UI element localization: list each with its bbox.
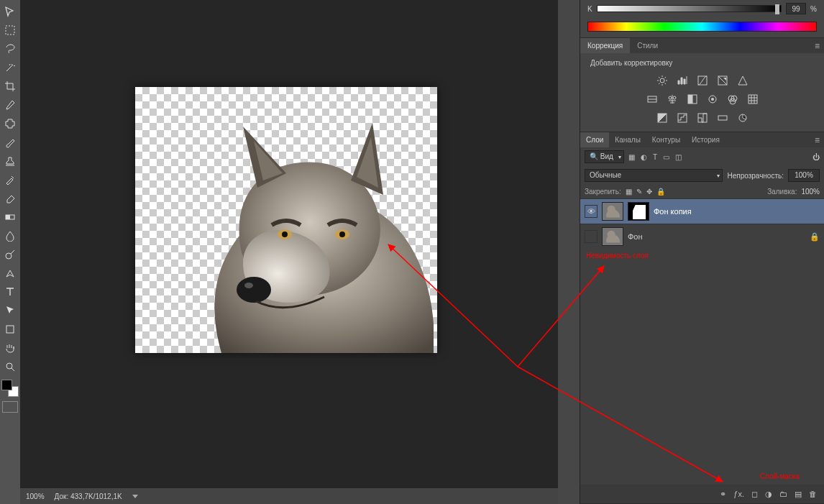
tab-styles[interactable]: Стили [630, 38, 665, 53]
layer-filter-kind[interactable]: 🔍 Вид [585, 150, 624, 163]
color-slider[interactable] [597, 5, 782, 12]
adj-selective-icon[interactable] [736, 111, 749, 124]
svg-rect-2 [6, 215, 10, 219]
svg-point-32 [608, 206, 615, 214]
layer-name[interactable]: Фон [628, 232, 805, 241]
marquee-tool-icon[interactable] [1, 22, 19, 39]
new-layer-icon[interactable]: ▤ [795, 490, 802, 499]
layers-footer: ⚭ ƒx. ◻ ◑ 🗀 ▤ 🗑 [580, 485, 824, 503]
color-channel-label: K [587, 5, 592, 13]
shape-tool-icon[interactable] [1, 321, 19, 338]
tab-adjustments[interactable]: Коррекция [580, 38, 630, 53]
visibility-toggle[interactable]: 👁 [585, 205, 598, 218]
color-swatches[interactable] [1, 380, 19, 397]
dodge-tool-icon[interactable] [1, 246, 19, 263]
right-panels: K 99 % ≡ Коррекция Стили Добавить коррек… [580, 0, 824, 504]
filter-smart-icon[interactable]: ◫ [675, 153, 682, 161]
brush-tool-icon[interactable] [1, 134, 19, 151]
adj-colorlookup-icon[interactable] [746, 93, 759, 106]
delete-layer-icon[interactable]: 🗑 [809, 490, 817, 498]
svg-point-21 [711, 98, 714, 101]
lock-trans-icon[interactable]: ▦ [626, 188, 632, 196]
fill-label: Заливка: [767, 188, 797, 196]
heal-tool-icon[interactable] [1, 115, 19, 132]
annotation-mask: Слой-маска [760, 472, 800, 480]
svg-point-7 [244, 283, 253, 288]
layer-row[interactable]: 👁 Фон копия [580, 198, 824, 224]
adj-exposure-icon[interactable] [716, 74, 729, 87]
move-tool-icon[interactable] [1, 3, 19, 20]
adj-invert-icon[interactable] [656, 111, 669, 124]
adj-hue-icon[interactable] [646, 93, 659, 106]
path-select-tool-icon[interactable] [1, 302, 19, 319]
tab-history[interactable]: История [686, 132, 725, 147]
hand-tool-icon[interactable] [1, 339, 19, 357]
pen-tool-icon[interactable] [1, 265, 19, 282]
link-layers-icon[interactable]: ⚭ [720, 490, 726, 499]
tab-paths[interactable]: Контуры [646, 132, 686, 147]
wand-tool-icon[interactable] [1, 59, 19, 76]
color-spectrum[interactable] [587, 22, 817, 32]
adj-bw-icon[interactable] [686, 93, 699, 106]
layers-empty-area: Невидимость слоя Слой-маска [580, 249, 824, 485]
zoom-level[interactable]: 100% [26, 492, 45, 500]
opacity-value[interactable]: 100% [788, 169, 820, 182]
new-adjustment-icon[interactable]: ◑ [765, 490, 772, 499]
stamp-tool-icon[interactable] [1, 152, 19, 170]
lock-pos-icon[interactable]: ✥ [646, 188, 652, 196]
lock-icon: 🔒 [810, 232, 820, 242]
adj-channelmixer-icon[interactable] [726, 93, 739, 106]
color-value[interactable]: 99 [786, 3, 806, 14]
blur-tool-icon[interactable] [1, 227, 19, 244]
layer-mask-thumb[interactable] [628, 202, 649, 221]
svg-rect-0 [6, 26, 14, 35]
eyedropper-tool-icon[interactable] [1, 96, 19, 114]
adj-gradmap-icon[interactable] [716, 111, 729, 124]
adj-threshold-icon[interactable] [696, 111, 709, 124]
blend-mode-select[interactable]: Обычные [585, 169, 723, 182]
filter-shape-icon[interactable]: ▭ [663, 153, 669, 161]
new-group-icon[interactable]: 🗀 [779, 490, 787, 498]
svg-rect-19 [688, 95, 692, 104]
lasso-tool-icon[interactable] [1, 40, 19, 58]
adj-colorbalance-icon[interactable] [666, 93, 679, 106]
tab-layers[interactable]: Слои [580, 132, 609, 147]
zoom-tool-icon[interactable] [1, 358, 19, 375]
adj-levels-icon[interactable] [676, 74, 689, 87]
lock-paint-icon[interactable]: ✎ [636, 188, 642, 196]
adj-photofilter-icon[interactable] [706, 93, 719, 106]
eraser-tool-icon[interactable] [1, 190, 19, 207]
tab-channels[interactable]: Каналы [609, 132, 646, 147]
doc-info: Док: 433,7K/1012,1K [55, 492, 122, 500]
history-brush-tool-icon[interactable] [1, 171, 19, 188]
filter-toggle-icon[interactable]: ⏻ [812, 153, 820, 161]
gradient-tool-icon[interactable] [1, 209, 19, 226]
layer-thumb[interactable] [602, 227, 623, 246]
adj-curves-icon[interactable] [696, 74, 709, 87]
canvas-area: 100% Док: 433,7K/1012,1K [20, 0, 558, 504]
fill-value[interactable]: 100% [801, 188, 820, 196]
quickmask-toggle[interactable] [2, 401, 18, 413]
panel-menu-icon[interactable]: ≡ [815, 41, 820, 51]
add-mask-icon[interactable]: ◻ [751, 490, 758, 499]
layer-thumb[interactable] [602, 202, 623, 221]
filter-type-icon[interactable]: T [653, 153, 657, 161]
svg-point-3 [6, 253, 12, 259]
adj-brightness-icon[interactable] [656, 74, 669, 87]
layer-row[interactable]: Фон 🔒 [580, 224, 824, 249]
layer-name[interactable]: Фон копия [654, 207, 820, 216]
adj-vibrance-icon[interactable] [736, 74, 749, 87]
svg-point-6 [237, 277, 271, 303]
lock-all-icon[interactable]: 🔒 [656, 188, 665, 196]
type-tool-icon[interactable] [1, 283, 19, 301]
filter-adjust-icon[interactable]: ◐ [641, 153, 647, 161]
crop-tool-icon[interactable] [1, 78, 19, 95]
document[interactable] [135, 87, 437, 353]
fx-icon[interactable]: ƒx. [733, 490, 744, 498]
adj-posterize-icon[interactable] [676, 111, 689, 124]
svg-point-34 [608, 231, 615, 239]
filter-pixel-icon[interactable]: ▦ [628, 153, 635, 161]
panel-menu-icon[interactable]: ≡ [815, 135, 820, 145]
visibility-toggle[interactable] [585, 230, 598, 243]
status-menu-icon[interactable] [132, 495, 138, 498]
